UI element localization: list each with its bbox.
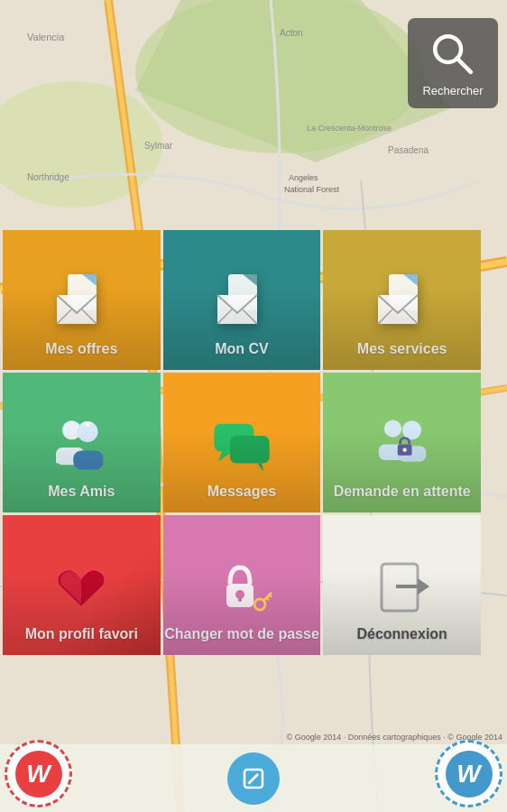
search-button[interactable]: Rechercher (408, 18, 498, 108)
svg-text:Angeles: Angeles (289, 173, 318, 182)
svg-text:La Crescenta-Montrose: La Crescenta-Montrose (307, 124, 392, 133)
logo-left-circle: W (5, 740, 72, 807)
mes-amis-icon (50, 412, 113, 475)
logo-right-circle: W (435, 740, 502, 807)
svg-line-13 (457, 58, 471, 71)
changer-label: Changer mot de passe (164, 625, 319, 642)
messages-icon (210, 412, 273, 475)
svg-marker-32 (257, 464, 263, 472)
mes-services-icon (371, 270, 434, 333)
search-icon (429, 30, 477, 78)
svg-text:Sylmar: Sylmar (144, 141, 173, 151)
grid-cell-mes-offres[interactable]: Mes offres (3, 230, 161, 370)
svg-text:Pasadena: Pasadena (388, 145, 429, 155)
edit-pencil-icon (241, 766, 266, 791)
profil-label: Mon profil favori (25, 625, 138, 642)
grid-cell-changer-mot-passe[interactable]: Changer mot de passe (163, 515, 321, 655)
svg-text:Acton: Acton (280, 28, 303, 38)
svg-text:Valencia: Valencia (27, 32, 65, 42)
svg-marker-48 (418, 578, 429, 595)
svg-rect-28 (87, 421, 90, 426)
grid-cell-demande-attente[interactable]: Demande en attente (323, 373, 481, 512)
demande-label: Demande en attente (334, 483, 471, 500)
deconnexion-icon (371, 555, 434, 618)
messages-label: Messages (207, 483, 277, 500)
grid-cell-mes-services[interactable]: Mes services (323, 230, 481, 370)
grid-cell-messages[interactable]: Messages (163, 373, 321, 512)
grid-cell-deconnexion[interactable]: Déconnexion (323, 515, 481, 655)
mes-offres-icon (50, 270, 113, 333)
mon-cv-icon (210, 270, 273, 333)
svg-rect-31 (230, 436, 270, 464)
profil-icon (50, 555, 113, 618)
demande-icon (371, 412, 434, 475)
menu-grid: Mes offres Mon CV Mes services (3, 230, 481, 655)
svg-text:Northridge: Northridge (27, 172, 69, 182)
mon-cv-label: Mon CV (215, 340, 269, 357)
logo-right-letter: W (446, 751, 493, 798)
svg-text:National Forest: National Forest (284, 185, 340, 194)
bottom-bar (0, 744, 507, 812)
search-label: Rechercher (422, 84, 483, 97)
logo-right-badge[interactable]: W (435, 740, 502, 807)
grid-cell-mon-profil[interactable]: Mon profil favori (3, 515, 161, 655)
logo-left-letter: W (15, 751, 62, 798)
svg-rect-41 (238, 595, 242, 602)
mes-offres-label: Mes offres (45, 340, 117, 357)
svg-point-35 (402, 420, 421, 439)
svg-point-38 (402, 448, 406, 452)
logo-left-badge[interactable]: W (5, 740, 72, 807)
mes-amis-label: Mes Amis (48, 483, 115, 500)
svg-rect-26 (74, 451, 104, 470)
mes-services-label: Mes services (357, 340, 447, 357)
svg-point-33 (384, 420, 401, 438)
changer-icon (210, 555, 273, 618)
grid-cell-mon-cv[interactable]: Mon CV (163, 230, 321, 370)
edit-button[interactable] (227, 752, 280, 805)
deconnexion-label: Déconnexion (356, 625, 447, 642)
grid-cell-mes-amis[interactable]: Mes Amis (3, 373, 161, 512)
